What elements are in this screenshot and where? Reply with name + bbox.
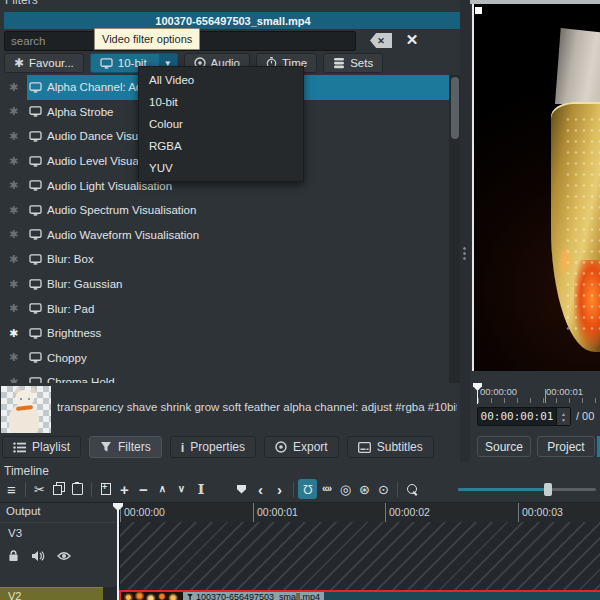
toolbar-separator[interactable] bbox=[25, 482, 26, 497]
timecode-field[interactable]: 00:00:00:01 ▲ ▼ bbox=[477, 407, 571, 426]
toolbar-separator[interactable] bbox=[293, 482, 294, 497]
funnel-icon bbox=[187, 594, 193, 600]
source-tab[interactable]: Source bbox=[477, 436, 531, 457]
lift-button[interactable]: ∧ bbox=[153, 479, 172, 499]
Subtitles[interactable]: Subtitles bbox=[347, 436, 434, 458]
zoom-slider-handle[interactable] bbox=[544, 483, 552, 496]
toolbar-gap[interactable] bbox=[210, 479, 232, 499]
filter-item[interactable]: ✱ Blur: Pad bbox=[0, 296, 450, 321]
screen-icon bbox=[29, 82, 42, 93]
vui-rect-handle[interactable] bbox=[475, 7, 482, 14]
screen-icon bbox=[29, 106, 42, 117]
timeline-menu-button[interactable]: ≡ bbox=[2, 479, 21, 499]
favorite-icon[interactable]: ✱ bbox=[9, 155, 27, 168]
favorite-icon[interactable]: ✱ bbox=[9, 327, 27, 340]
preview-time-ruler[interactable]: 00:00:00 00:00:01 bbox=[470, 377, 600, 405]
toolbar-separator[interactable] bbox=[91, 482, 92, 497]
video-preview[interactable] bbox=[472, 4, 600, 371]
filter-list-scrollbar[interactable] bbox=[449, 75, 460, 383]
lock-icon[interactable] bbox=[8, 549, 19, 565]
empty-track-area[interactable] bbox=[120, 522, 600, 600]
scrub-button[interactable]: «» bbox=[317, 479, 336, 499]
copy-button[interactable] bbox=[49, 479, 68, 499]
filter-item[interactable]: ✱ Brightness bbox=[0, 321, 450, 346]
favorite-icon: ✱ bbox=[14, 57, 24, 69]
snap-button[interactable]: Ω bbox=[298, 479, 317, 499]
append-button[interactable] bbox=[96, 479, 115, 499]
filter-item-label: Blur: Pad bbox=[47, 303, 94, 315]
ruler-label: 00:00:02 bbox=[389, 506, 430, 518]
favorite-icon[interactable]: ✱ bbox=[9, 376, 27, 383]
overwrite-button[interactable]: ∨ bbox=[172, 479, 191, 499]
ruler-ticks bbox=[478, 398, 598, 403]
split-button[interactable]: ][ bbox=[191, 479, 210, 499]
Sets[interactable]: Sets bbox=[323, 53, 383, 73]
hide-eye-icon[interactable] bbox=[57, 550, 71, 564]
zoom-out-button[interactable] bbox=[402, 479, 421, 499]
favorite-icon[interactable]: ✱ bbox=[9, 228, 27, 241]
dropdown-menu-item[interactable]: RGBA bbox=[139, 135, 303, 157]
filter-item[interactable]: ✱ Chroma Hold bbox=[0, 370, 450, 383]
track-header-v2[interactable]: V2 bbox=[0, 587, 103, 600]
video-category-dropdown: All Video 10-bit Colour RGBA YUV bbox=[138, 66, 304, 182]
track-header-v3[interactable]: V3 bbox=[0, 522, 118, 587]
spin-down-icon[interactable]: ▼ bbox=[561, 417, 566, 423]
ripple-all-tracks-button[interactable]: ⊛ bbox=[355, 479, 374, 499]
filter-item-label: Choppy bbox=[47, 352, 87, 364]
filter-item[interactable]: ✱ Audio Spectrum Visualisation bbox=[0, 198, 450, 223]
filter-item[interactable]: ✱ Choppy bbox=[0, 346, 450, 371]
mute-icon[interactable] bbox=[31, 550, 45, 565]
panel-splitter[interactable] bbox=[460, 0, 470, 462]
output-track-header[interactable]: Output bbox=[0, 503, 118, 522]
Filters[interactable]: Filters bbox=[89, 436, 162, 458]
favorite-icon[interactable]: ✱ bbox=[9, 179, 27, 192]
favorite-icon[interactable]: ✱ bbox=[9, 302, 27, 315]
Properties[interactable]: i Properties bbox=[170, 436, 256, 458]
favorite-icon[interactable]: ✱ bbox=[9, 105, 27, 118]
favorite-icon[interactable]: ✱ bbox=[9, 351, 27, 364]
paste-button[interactable] bbox=[68, 479, 87, 499]
category-tab-label: Sets bbox=[350, 57, 373, 69]
timecode-value[interactable]: 00:00:00:01 bbox=[478, 410, 556, 423]
marker-button[interactable] bbox=[232, 479, 251, 499]
filter-preview-thumbnail bbox=[1, 386, 51, 433]
clear-search-icon[interactable]: ✕ bbox=[370, 33, 392, 48]
toolbar-separator[interactable] bbox=[397, 482, 398, 497]
timeline-clip[interactable]: 100370-656497503_small.mp4 bbox=[119, 590, 600, 600]
panel-tab-label: Filters bbox=[118, 440, 151, 454]
subtitles-icon bbox=[358, 442, 371, 453]
ripple-button[interactable]: ◎ bbox=[336, 479, 355, 499]
favorite-icon[interactable]: ✱ bbox=[9, 130, 27, 143]
project-tab[interactable]: Project bbox=[537, 436, 595, 457]
next-marker-button[interactable]: › bbox=[270, 479, 289, 499]
ripple-markers-button[interactable]: ⊙ bbox=[374, 479, 393, 499]
favorite-icon[interactable]: ✱ bbox=[9, 204, 27, 217]
panel-tab-label: Properties bbox=[190, 440, 245, 454]
ripple-delete-button[interactable]: − bbox=[134, 479, 153, 499]
favorite-icon[interactable]: ✱ bbox=[9, 253, 27, 266]
favorite-icon[interactable]: ✱ bbox=[9, 81, 27, 94]
dropdown-menu-item[interactable]: YUV bbox=[139, 157, 303, 179]
zoom-slider[interactable] bbox=[458, 488, 596, 491]
Favour...[interactable]: ✱ Favour... bbox=[4, 53, 84, 73]
scrollbar-thumb[interactable] bbox=[451, 77, 459, 139]
filter-item[interactable]: ✱ Blur: Box bbox=[0, 247, 450, 272]
timeline-ruler[interactable]: 00:00:00 00:00:01 00:00:02 00:00:03 bbox=[120, 503, 600, 522]
screen-icon bbox=[29, 156, 42, 167]
favorite-icon[interactable]: ✱ bbox=[9, 278, 27, 291]
close-icon[interactable]: ✕ bbox=[402, 30, 422, 50]
dropdown-menu-item[interactable]: 10-bit bbox=[139, 91, 303, 113]
dropdown-menu-item[interactable]: Colour bbox=[139, 113, 303, 135]
filter-item[interactable]: ✱ Audio Waveform Visualisation bbox=[0, 223, 450, 248]
screen-icon bbox=[29, 131, 42, 142]
cut-button[interactable]: ✂ bbox=[30, 479, 49, 499]
filter-item[interactable]: ✱ Blur: Gaussian bbox=[0, 272, 450, 297]
add-button[interactable]: + bbox=[115, 479, 134, 499]
ruler-label: 00:00:03 bbox=[522, 506, 563, 518]
screen-icon bbox=[29, 279, 42, 290]
timecode-spinner[interactable]: ▲ ▼ bbox=[556, 408, 570, 425]
Export[interactable]: Export bbox=[264, 436, 339, 458]
dropdown-menu-item[interactable]: All Video bbox=[139, 69, 303, 91]
prev-marker-button[interactable]: ‹ bbox=[251, 479, 270, 499]
Playlist[interactable]: Playlist bbox=[2, 436, 81, 458]
